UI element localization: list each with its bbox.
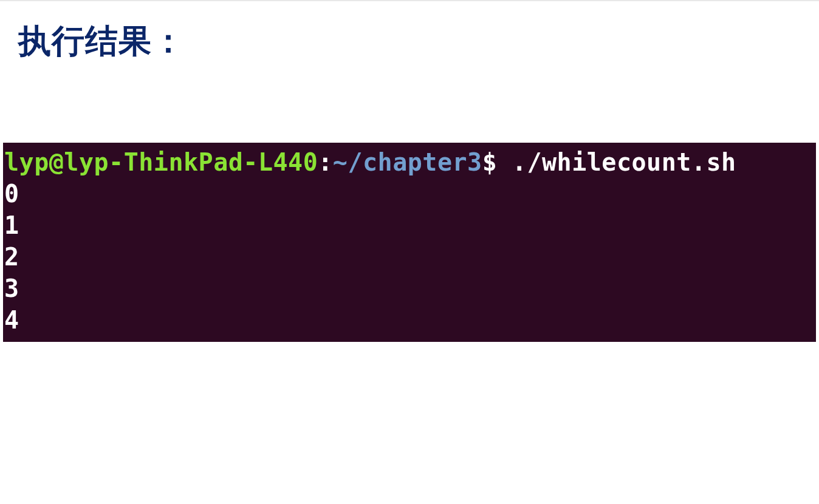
terminal-output-line: 2 <box>4 241 815 273</box>
terminal-colon: : <box>318 148 333 176</box>
terminal-user: lyp <box>4 148 49 176</box>
terminal-command: ./whilecount.sh <box>497 148 736 176</box>
terminal-output-line: 0 <box>4 178 815 209</box>
terminal-dollar: $ <box>482 148 498 176</box>
terminal-prompt-line: lyp@lyp-ThinkPad-L440:~/chapter3$ ./whil… <box>4 146 815 178</box>
terminal-window: lyp@lyp-ThinkPad-L440:~/chapter3$ ./whil… <box>3 143 816 342</box>
terminal-output-line: 4 <box>4 304 815 336</box>
terminal-output-line: 3 <box>4 273 815 304</box>
terminal-path: ~/chapter3 <box>333 148 482 176</box>
terminal-host: lyp-ThinkPad-L440 <box>64 148 318 176</box>
page-title: 执行结果： <box>0 1 819 64</box>
terminal-output-line: 1 <box>4 209 815 241</box>
terminal-at: @ <box>49 148 64 176</box>
